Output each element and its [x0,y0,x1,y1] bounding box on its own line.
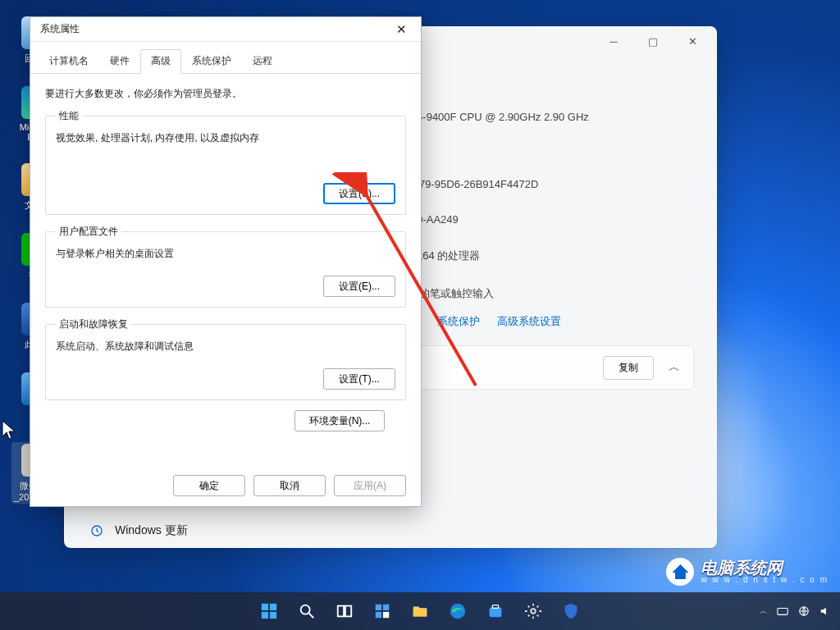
copy-button[interactable]: 复制 [603,356,654,380]
taskbar-explorer-button[interactable] [404,595,436,628]
svg-rect-17 [492,605,498,609]
svg-rect-13 [383,612,389,618]
chevron-up-icon: ︿ [669,360,680,373]
svg-rect-10 [376,605,381,610]
svg-rect-16 [490,607,502,617]
startup-settings-button[interactable]: 设置(T)... [323,368,395,390]
taskbar-edge-button[interactable] [441,595,474,628]
settings-close-button[interactable]: ✕ [674,29,710,53]
system-properties-dialog: 系统属性 ✕ 计算机名 硬件 高级 系统保护 远程 要进行大多数更改，你必须作为… [30,16,422,507]
environment-variables-button[interactable]: 环境变量(N)... [294,410,385,431]
admin-note: 要进行大多数更改，你必须作为管理员登录。 [45,87,406,101]
taskbar-settings-button[interactable] [517,595,550,628]
mouse-cursor-icon [2,420,18,441]
tab-remote[interactable]: 远程 [242,49,283,74]
task-view-button[interactable] [328,595,361,628]
svg-rect-8 [338,606,344,617]
group-startup-legend: 启动和故障恢复 [56,317,131,331]
svg-rect-19 [778,609,788,615]
dialog-tabs: 计算机名 硬件 高级 系统保护 远程 [30,42,421,74]
svg-rect-11 [383,605,389,610]
svg-rect-12 [376,612,381,618]
svg-rect-4 [262,612,268,619]
group-performance-legend: 性能 [56,109,82,123]
tray-network-icon[interactable] [797,605,810,618]
sidebar-item-label: Windows 更新 [115,523,188,538]
group-user-profiles-desc: 与登录帐户相关的桌面设置 [56,247,395,261]
cancel-button[interactable]: 取消 [253,475,326,496]
taskbar-security-button[interactable] [555,595,587,628]
tab-hardware[interactable]: 硬件 [99,49,140,74]
apply-button[interactable]: 应用(A) [334,475,406,496]
taskbar-search-button[interactable] [290,595,323,628]
svg-rect-5 [270,612,276,619]
tab-computer-name[interactable]: 计算机名 [39,49,99,74]
dialog-close-button[interactable]: ✕ [386,20,416,39]
sidebar-item-windows-update[interactable]: Windows 更新 [80,515,335,546]
svg-rect-14 [413,609,427,616]
watermark-url: w w w . d n x t w . c o m [701,576,829,584]
svg-rect-3 [270,604,276,610]
user-profiles-settings-button[interactable]: 设置(E)... [323,276,395,297]
link-advanced-settings[interactable]: 高级系统设置 [497,315,561,327]
svg-point-18 [531,609,536,614]
taskbar: ︿ [0,592,840,630]
settings-maximize-button[interactable]: ▢ [635,29,671,53]
watermark: 电脑系统网 w w w . d n x t w . c o m [666,558,829,586]
group-performance-desc: 视觉效果, 处理器计划, 内存使用, 以及虚拟内存 [56,131,395,145]
svg-rect-9 [345,606,351,617]
dialog-titlebar: 系统属性 ✕ [30,17,421,42]
ok-button[interactable]: 确定 [173,475,245,496]
group-user-profiles: 用户配置文件 与登录帐户相关的桌面设置 设置(E)... [45,225,406,308]
tray-language-icon[interactable] [776,605,789,618]
taskbar-store-button[interactable] [479,595,512,628]
group-user-profiles-legend: 用户配置文件 [56,225,121,239]
tray-volume-icon[interactable] [819,605,832,618]
watermark-text: 电脑系统网 [701,559,829,576]
widgets-button[interactable] [366,595,399,628]
tab-system-protection[interactable]: 系统保护 [181,49,242,74]
dialog-footer: 确定 取消 应用(A) [173,475,406,496]
watermark-logo-icon [666,558,694,586]
tray-overflow-icon[interactable]: ︿ [760,605,768,617]
group-startup-desc: 系统启动、系统故障和调试信息 [56,340,395,354]
settings-minimize-button[interactable]: ─ [596,29,632,53]
performance-settings-button[interactable]: 设置(S)... [323,183,395,204]
start-button[interactable] [253,595,285,628]
update-icon [90,524,103,537]
group-startup-recovery: 启动和故障恢复 系统启动、系统故障和调试信息 设置(T)... [45,317,406,400]
svg-point-6 [301,605,310,614]
group-performance: 性能 视觉效果, 处理器计划, 内存使用, 以及虚拟内存 设置(S)... [45,109,406,215]
dialog-title: 系统属性 [40,22,80,36]
tab-advanced[interactable]: 高级 [140,49,181,74]
svg-line-7 [309,614,314,619]
link-system-protection[interactable]: 系统保护 [437,315,480,327]
system-tray[interactable]: ︿ [760,605,832,618]
svg-rect-2 [262,604,268,610]
